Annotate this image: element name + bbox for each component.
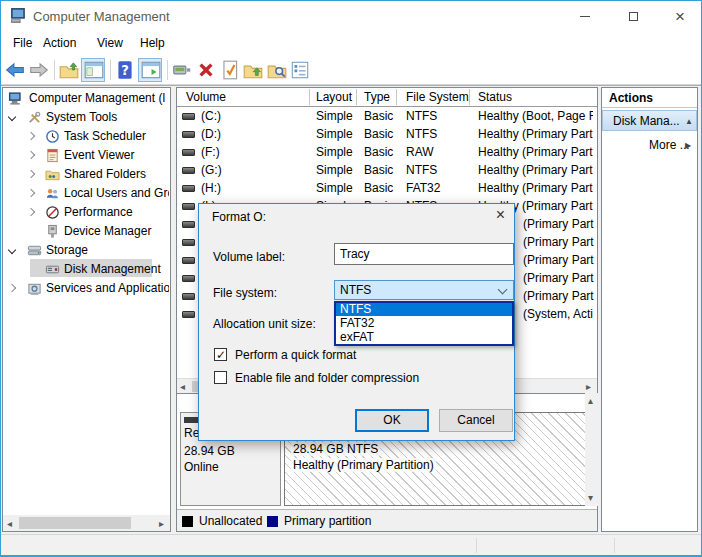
header-separator bbox=[356, 89, 357, 105]
tree-item-computer-management[interactable]: Computer Management (l bbox=[3, 89, 169, 108]
scrollbar-thumb[interactable] bbox=[19, 517, 131, 529]
delete-volume-button[interactable] bbox=[195, 59, 217, 81]
minimize-icon bbox=[580, 16, 590, 17]
folder-up-button[interactable] bbox=[242, 59, 264, 81]
device-manager-icon bbox=[45, 224, 60, 241]
cancel-button[interactable]: Cancel bbox=[439, 409, 513, 432]
volume-icon bbox=[182, 185, 195, 192]
volume-icon bbox=[182, 239, 195, 246]
help-button[interactable]: ? bbox=[114, 59, 136, 81]
compression-label[interactable]: Enable file and folder compression bbox=[235, 371, 419, 385]
cell-layout: Simple bbox=[316, 107, 353, 125]
ok-button[interactable]: OK bbox=[355, 409, 429, 432]
local-users-icon bbox=[45, 186, 60, 203]
tree-item-device-manager[interactable]: Device Manager bbox=[3, 222, 169, 241]
tree-item-performance[interactable]: Performance bbox=[3, 203, 169, 222]
tree-item-system-tools[interactable]: System Tools bbox=[3, 108, 169, 127]
forward-button[interactable] bbox=[28, 59, 50, 81]
tree-item-storage[interactable]: Storage bbox=[3, 241, 169, 260]
tree-item-local-users[interactable]: Local Users and Gro bbox=[3, 184, 169, 203]
chevron-right-icon[interactable] bbox=[27, 170, 35, 178]
file-system-dropdown: NTFS FAT32 exFAT bbox=[334, 301, 514, 346]
back-button[interactable] bbox=[4, 59, 26, 81]
menu-help[interactable]: Help bbox=[140, 36, 165, 50]
scroll-right-icon[interactable] bbox=[586, 382, 591, 392]
column-header-file-system[interactable]: File System bbox=[406, 90, 469, 104]
tree-item-label: Performance bbox=[64, 203, 133, 221]
submenu-arrow-icon[interactable]: ▶ bbox=[685, 141, 691, 150]
chevron-right-icon[interactable] bbox=[27, 208, 35, 216]
check-document-button[interactable] bbox=[219, 59, 241, 81]
volume-row-g[interactable]: (G:) Simple Basic NTFS Healthy (Primary … bbox=[177, 161, 593, 179]
disk-label-fragment bbox=[184, 417, 198, 423]
scroll-up-icon[interactable] bbox=[588, 396, 593, 406]
tree-item-task-scheduler[interactable]: Task Scheduler bbox=[3, 127, 169, 146]
menu-file[interactable]: File bbox=[13, 36, 32, 50]
chevron-right-icon[interactable] bbox=[27, 151, 35, 159]
scroll-down-icon[interactable] bbox=[588, 493, 593, 503]
column-header-status[interactable]: Status bbox=[478, 90, 512, 104]
folder-search-button[interactable] bbox=[266, 59, 288, 81]
actions-item-more[interactable]: More ... ▶ bbox=[602, 136, 697, 155]
dropdown-option-fat32[interactable]: FAT32 bbox=[336, 316, 512, 330]
device-icon bbox=[171, 59, 193, 81]
chevron-down-icon[interactable] bbox=[8, 113, 16, 121]
toolbar-separator bbox=[110, 60, 111, 80]
partition-status: Healthy (Primary Partition) bbox=[291, 458, 436, 472]
dropdown-option-ntfs[interactable]: NTFS bbox=[336, 303, 512, 316]
scroll-left-icon[interactable] bbox=[7, 519, 12, 529]
menu-view[interactable]: View bbox=[97, 36, 123, 50]
volume-label-label: Volume label: bbox=[213, 250, 285, 264]
column-header-layout[interactable]: Layout bbox=[316, 90, 352, 104]
volume-label-input[interactable]: Tracy bbox=[334, 243, 514, 265]
chevron-down-icon[interactable] bbox=[498, 285, 508, 295]
chevron-right-icon[interactable] bbox=[8, 284, 16, 292]
cell-status: Healthy (Primary Part bbox=[478, 161, 593, 179]
tree-item-label: Storage bbox=[46, 241, 88, 259]
chevron-right-icon[interactable] bbox=[27, 132, 35, 140]
maximize-button[interactable] bbox=[611, 1, 656, 31]
volume-row-h[interactable]: (H:) Simple Basic FAT32 Healthy (Primary… bbox=[177, 179, 593, 197]
toolbar-separator bbox=[167, 60, 168, 80]
scroll-right-icon[interactable] bbox=[159, 519, 164, 529]
dropdown-option-exfat[interactable]: exFAT bbox=[336, 330, 512, 344]
quick-format-checkbox[interactable] bbox=[214, 348, 227, 361]
chevron-right-icon[interactable] bbox=[27, 189, 35, 197]
volume-row-f[interactable]: (F:) Simple Basic RAW Healthy (Primary P… bbox=[177, 143, 593, 161]
actions-header-label: Actions bbox=[609, 91, 653, 105]
tree-horizontal-scrollbar[interactable] bbox=[3, 515, 170, 531]
minimize-button[interactable] bbox=[562, 1, 607, 31]
export-list-button[interactable] bbox=[58, 59, 80, 81]
toolbar-separator bbox=[54, 60, 55, 80]
volume-icon bbox=[182, 131, 195, 138]
collapse-arrow-icon[interactable]: ▲ bbox=[685, 117, 693, 126]
tree-item-shared-folders[interactable]: Shared Folders bbox=[3, 165, 169, 184]
compression-checkbox[interactable] bbox=[214, 371, 227, 384]
close-button[interactable] bbox=[658, 1, 702, 31]
column-header-volume[interactable]: Volume bbox=[186, 90, 226, 104]
action-pane-button[interactable] bbox=[138, 58, 162, 82]
menu-action[interactable]: Action bbox=[43, 36, 76, 50]
chevron-down-icon[interactable] bbox=[8, 246, 16, 254]
event-viewer-icon bbox=[45, 148, 60, 165]
cell-file-system: NTFS bbox=[406, 161, 437, 179]
scroll-left-icon[interactable] bbox=[180, 382, 185, 392]
tree-item-event-viewer[interactable]: Event Viewer bbox=[3, 146, 169, 165]
volume-row-c[interactable]: (C:) Simple Basic NTFS Healthy (Boot, Pa… bbox=[177, 107, 593, 125]
file-system-combobox[interactable]: NTFS bbox=[334, 280, 514, 300]
cell-status: Healthy (Primary Part bbox=[478, 125, 593, 143]
volume-row-d[interactable]: (D:) Simple Basic NTFS Healthy (Primary … bbox=[177, 125, 593, 143]
actions-panel: Actions Disk Mana... ▲ More ... ▶ bbox=[601, 87, 698, 532]
properties-button[interactable] bbox=[289, 59, 311, 81]
dialog-close-button[interactable] bbox=[487, 204, 514, 228]
quick-format-label[interactable]: Perform a quick format bbox=[235, 348, 356, 362]
tree-item-services[interactable]: Services and Applicatio bbox=[3, 279, 169, 298]
column-header-type[interactable]: Type bbox=[364, 90, 390, 104]
device-button[interactable] bbox=[171, 59, 193, 81]
tree-item-disk-management[interactable]: Disk Management bbox=[3, 260, 169, 279]
cell-file-system: NTFS bbox=[406, 125, 437, 143]
disk-vertical-scrollbar[interactable] bbox=[585, 393, 598, 506]
actions-item-disk-management[interactable]: Disk Mana... ▲ bbox=[602, 110, 697, 131]
volume-icon bbox=[182, 113, 195, 120]
console-tree-button[interactable] bbox=[81, 58, 105, 82]
